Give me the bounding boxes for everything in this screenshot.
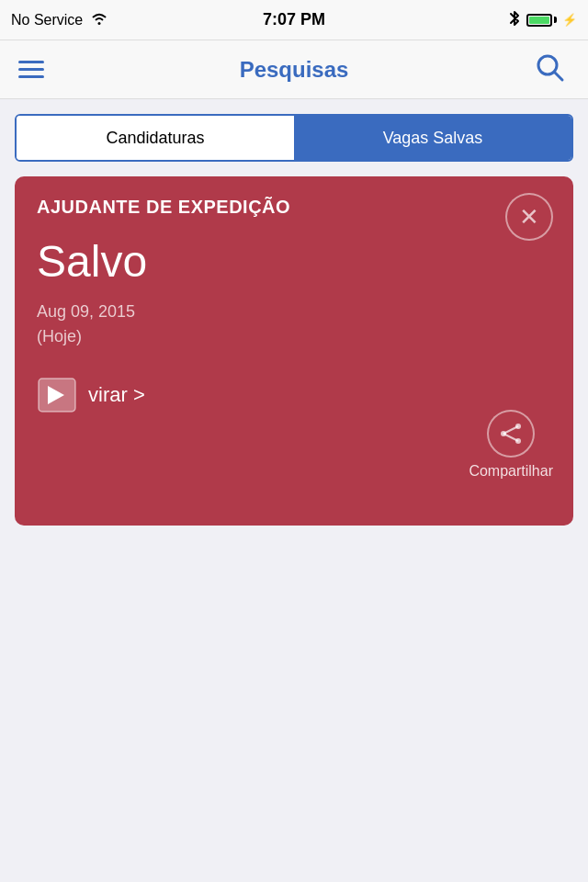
job-card: AJUDANTE DE EXPEDIÇÃO ✕ Salvo Aug 09, 20… (15, 176, 573, 526)
battery-indicator (526, 14, 557, 27)
search-button[interactable] (531, 49, 570, 90)
hamburger-menu-button[interactable] (18, 61, 44, 78)
close-icon: ✕ (519, 205, 539, 229)
tab-vagas-salvas[interactable]: Vagas Salvas (294, 116, 571, 160)
card-status-label: Salvo (37, 236, 551, 287)
charging-icon: ⚡ (562, 13, 577, 27)
bluetooth-icon (508, 9, 521, 31)
share-label: Compartilhar (469, 463, 553, 480)
wifi-icon (90, 11, 108, 29)
status-bar: No Service 7:07 PM ⚡ (0, 0, 588, 40)
status-time: 7:07 PM (263, 10, 325, 29)
svg-line-7 (503, 426, 518, 434)
tab-candidaturas[interactable]: Candidaturas (17, 116, 294, 160)
no-service-text: No Service (11, 12, 83, 28)
virar-label: virar > (88, 383, 145, 407)
close-button[interactable]: ✕ (505, 193, 553, 241)
svg-line-1 (554, 72, 562, 80)
share-button[interactable]: Compartilhar (469, 410, 553, 480)
share-circle (487, 410, 535, 458)
nav-bar: Pesquisas (0, 40, 588, 99)
nav-title: Pesquisas (240, 57, 349, 83)
svg-line-8 (503, 434, 518, 441)
card-job-title: AJUDANTE DE EXPEDIÇÃO (37, 197, 551, 218)
status-left: No Service (11, 11, 108, 29)
status-right: ⚡ (508, 9, 577, 31)
virar-button[interactable]: virar > (37, 377, 551, 413)
card-date: Aug 09, 2015 (Hoje) (37, 300, 551, 349)
tabs-container: Candidaturas Vagas Salvas (15, 114, 573, 162)
